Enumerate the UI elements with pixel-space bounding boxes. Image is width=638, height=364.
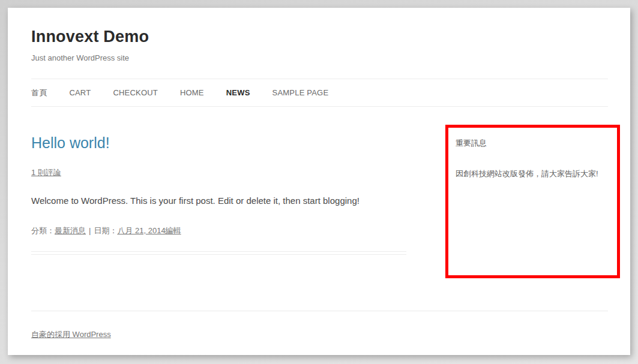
category-link[interactable]: 最新消息 (55, 226, 86, 235)
post-date-link[interactable]: 八月 21, 2014 (117, 226, 165, 235)
nav-item-home[interactable]: HOME (180, 88, 204, 97)
page-card: Innovext Demo Just another WordPress sit… (8, 8, 630, 355)
article-separator (31, 251, 406, 255)
nav-item-news[interactable]: NEWS (226, 88, 250, 97)
footer-divider (31, 311, 608, 311)
post-meta: 分類：最新消息|日期：八月 21, 2014編輯 (31, 225, 181, 236)
widget-message-text: 因創科技網站改版發佈，請大家告訴大家! (456, 169, 610, 179)
nav-item-cart[interactable]: CART (69, 88, 91, 97)
separator-line-bottom (31, 254, 406, 255)
sidebar-widget-highlighted: 重要訊息 因創科技網站改版發佈，請大家告訴大家! (445, 125, 620, 278)
post-title-link[interactable]: Hello world! (31, 134, 110, 152)
separator-line-top (31, 251, 406, 252)
date-label: 日期： (94, 226, 117, 235)
category-label: 分類： (31, 226, 55, 235)
post-body-text: Welcome to WordPress. This is your first… (31, 195, 409, 206)
wordpress-credit-link[interactable]: 自豪的採用 WordPress (31, 329, 111, 340)
nav-item-home-zh[interactable]: 首頁 (31, 88, 47, 98)
site-tagline: Just another WordPress site (31, 53, 129, 62)
site-title[interactable]: Innovext Demo (31, 28, 149, 46)
meta-separator: | (89, 226, 91, 235)
primary-nav: 首頁 CART CHECKOUT HOME NEWS SAMPLE PAGE (31, 79, 608, 107)
edit-post-link[interactable]: 編輯 (166, 226, 181, 235)
comments-count-link[interactable]: 1 則評論 (31, 167, 61, 178)
widget-title: 重要訊息 (456, 138, 617, 149)
nav-item-checkout[interactable]: CHECKOUT (113, 88, 158, 97)
nav-item-sample-page[interactable]: SAMPLE PAGE (272, 88, 329, 97)
